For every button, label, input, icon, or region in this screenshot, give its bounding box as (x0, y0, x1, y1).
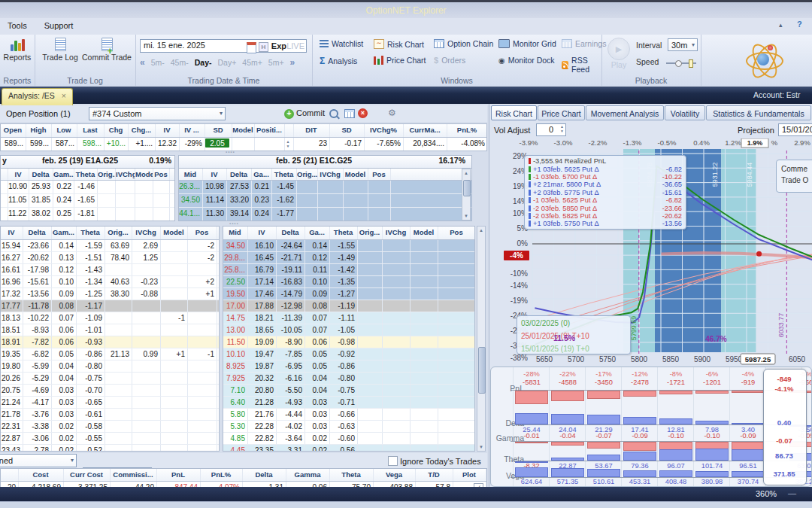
earnings-button[interactable]: Earnings (562, 39, 606, 48)
help-icon[interactable]: ? (797, 20, 802, 29)
cell[interactable]: -2.78 (23, 445, 52, 452)
cell[interactable] (232, 138, 255, 151)
cell[interactable] (438, 360, 475, 372)
cell[interactable] (132, 324, 161, 336)
cell[interactable]: 587... (52, 138, 77, 151)
table-row[interactable]: 10.1019.47-7.850.05-0.92 (223, 348, 474, 360)
monitor-grid-button[interactable]: Monitor Grid (498, 39, 556, 48)
cell[interactable] (383, 348, 411, 360)
cell[interactable]: 0.24 (252, 208, 272, 221)
cell[interactable] (161, 360, 188, 372)
cell[interactable]: 21.13 (105, 348, 132, 360)
cell[interactable] (188, 300, 217, 312)
cell[interactable]: -24.64 (277, 240, 305, 251)
cell[interactable] (411, 288, 438, 300)
column-header[interactable]: IV ... (180, 124, 205, 137)
table-row[interactable]: 18.13-10.220.07-1.09-1 (1, 312, 219, 324)
cell[interactable]: -1.09 (77, 312, 105, 324)
cell[interactable]: -1.51 (77, 252, 105, 263)
step-day-minus[interactable]: Day- (195, 58, 212, 67)
cell[interactable]: 21.24 (1, 397, 23, 408)
cell[interactable] (358, 288, 383, 300)
cell[interactable]: -0.98 (330, 336, 358, 348)
cell[interactable] (135, 194, 153, 207)
cell[interactable] (383, 373, 411, 384)
trading-date-input[interactable]: mi. 15 ene. 2025 H Exp LIVE (140, 39, 307, 53)
cell[interactable] (116, 194, 135, 207)
cell[interactable] (161, 397, 188, 408)
column-header[interactable]: Gam... (53, 169, 74, 180)
cell[interactable]: 23 (294, 138, 330, 151)
cell[interactable]: 0.03 (305, 421, 330, 432)
cell[interactable]: 23.43 (1, 445, 23, 452)
cell[interactable]: 40.63 (105, 276, 132, 287)
cell[interactable]: -0.93 (77, 336, 105, 348)
cell[interactable]: 34.50 (179, 194, 203, 207)
cell[interactable]: 22.28 (248, 421, 277, 432)
cell[interactable] (383, 433, 411, 444)
cell[interactable] (438, 373, 475, 384)
table-row[interactable]: 6.4021.28-4.930.03-0.71 (223, 397, 474, 409)
table-row[interactable]: 22.87-3.060.02-0.55 (1, 433, 219, 445)
cell[interactable]: 29.8... (223, 252, 248, 263)
cell[interactable] (438, 385, 475, 396)
table-row[interactable]: 7.92520.32-6.160.04-0.80 (223, 373, 474, 385)
cell[interactable]: 11.50 (223, 336, 248, 348)
price-chart-button[interactable]: Price Chart (374, 56, 426, 65)
cell[interactable]: 19.47 (248, 348, 277, 360)
column-header[interactable]: Chg... (129, 124, 156, 137)
cell[interactable]: 22.82 (248, 433, 277, 444)
column-header[interactable]: IVChg% (365, 124, 404, 137)
cell[interactable]: -0.86 (77, 348, 105, 360)
cell[interactable]: 0.12 (305, 252, 330, 263)
cell[interactable]: -20.62 (23, 252, 52, 263)
gear-icon[interactable]: ⚙ (388, 108, 396, 118)
column-header[interactable]: High (26, 124, 52, 137)
cell[interactable]: 23.35 (248, 445, 277, 452)
chain-scrollbar[interactable]: ▲▼ (477, 226, 486, 452)
cell[interactable] (411, 385, 438, 396)
cell[interactable]: -21.71 (277, 252, 305, 263)
column-header[interactable]: Model (232, 124, 255, 137)
cell[interactable]: 0.14 (305, 240, 330, 251)
cell[interactable] (358, 264, 383, 275)
cell[interactable] (383, 312, 411, 324)
cell[interactable] (411, 373, 438, 384)
cell[interactable]: 18.91 (1, 336, 23, 348)
cell[interactable] (411, 445, 438, 452)
cell[interactable]: 21.78 (1, 409, 23, 420)
close-icon[interactable]: × (62, 91, 66, 100)
cell[interactable]: 0.02 (52, 433, 77, 444)
step-5m-minus[interactable]: 5m- (151, 58, 165, 67)
cell[interactable]: -6.16 (277, 373, 305, 384)
column-header[interactable]: PnL (157, 469, 201, 481)
column-header[interactable]: Model (161, 227, 188, 239)
cell[interactable]: 0.02 (52, 421, 77, 432)
cell[interactable]: -13.56 (23, 288, 52, 300)
cell[interactable] (188, 409, 217, 420)
cell[interactable] (358, 336, 383, 348)
cell[interactable] (135, 181, 153, 193)
cell[interactable]: -3.64 (277, 433, 305, 444)
cell[interactable] (383, 421, 411, 432)
step-45m-minus[interactable]: 45m- (171, 58, 189, 67)
cell[interactable]: -14.79 (277, 288, 305, 300)
column-header[interactable] (1, 469, 19, 481)
cell[interactable] (383, 276, 411, 287)
cell[interactable]: 0.07 (305, 312, 330, 324)
cell[interactable]: 0.07 (305, 324, 330, 336)
cell[interactable]: -8.90 (277, 336, 305, 348)
cell[interactable]: 0.06 (52, 324, 77, 336)
cell[interactable]: 31.85 (29, 194, 53, 207)
cell[interactable] (188, 433, 217, 444)
cell[interactable] (438, 433, 475, 444)
cell[interactable]: -0.63 (330, 421, 358, 432)
option-chain-button[interactable]: Option Chain (434, 39, 493, 48)
cell[interactable] (116, 208, 135, 221)
greeks-strip[interactable]: PnL-5831-28%-4588-22%-3450-17%-2478-12%-… (490, 367, 812, 487)
cell[interactable] (383, 397, 411, 408)
cell[interactable] (105, 264, 132, 275)
cell[interactable] (161, 240, 188, 251)
cell[interactable]: 0.13 (52, 252, 77, 263)
column-header[interactable] (285, 124, 294, 137)
